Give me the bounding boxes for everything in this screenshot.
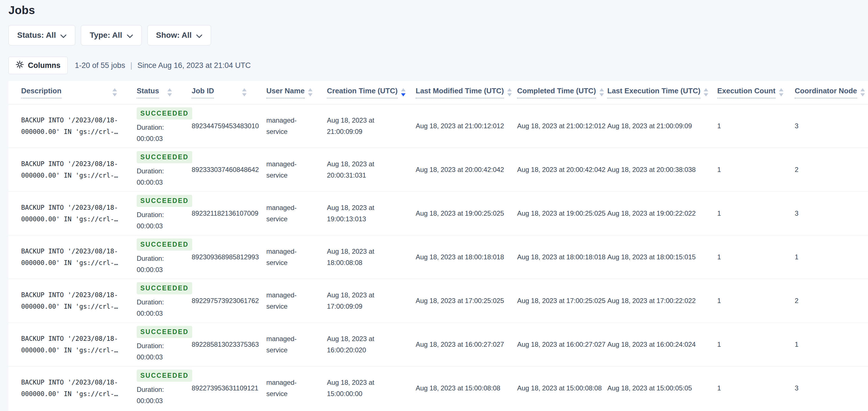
job-description-cell[interactable]: BACKUP INTO '/2023/08/18-000000.00' IN '… bbox=[8, 279, 124, 322]
column-header-label: Creation Time (UTC) bbox=[327, 87, 398, 98]
column-header-execution-count[interactable]: Execution Count bbox=[705, 81, 782, 104]
status-badge: SUCCEEDED bbox=[137, 282, 192, 294]
jobs-table: DescriptionStatusJob IDUser NameCreation… bbox=[8, 81, 868, 410]
job-description-cell[interactable]: BACKUP INTO '/2023/08/18-000000.00' IN '… bbox=[8, 366, 124, 410]
sort-desc-icon[interactable] bbox=[704, 93, 708, 96]
type-filter-dropdown[interactable]: Type: All bbox=[81, 25, 142, 46]
since-text: Since Aug 16, 2023 at 21:04 UTC bbox=[137, 61, 251, 70]
column-header-status[interactable]: Status bbox=[124, 81, 179, 104]
sort-desc-icon[interactable] bbox=[507, 93, 512, 96]
last-execution-time-cell: Aug 18, 2023 at 17:00:22:022 bbox=[595, 279, 705, 322]
sort-desc-icon[interactable] bbox=[242, 93, 247, 96]
sort-asc-icon[interactable] bbox=[507, 88, 512, 91]
job-duration: Duration: 00:00:03 bbox=[137, 122, 179, 144]
sort-icons[interactable] bbox=[599, 88, 604, 96]
sort-desc-icon[interactable] bbox=[401, 93, 406, 96]
show-filter-label: Show: All bbox=[156, 31, 192, 40]
column-header-label: Execution Count bbox=[717, 87, 776, 98]
job-description-line: 000000.00' IN 'gs://crl-… bbox=[21, 388, 121, 400]
job-description-cell[interactable]: BACKUP INTO '/2023/08/18-000000.00' IN '… bbox=[8, 235, 124, 279]
column-header-label: Last Execution Time (UTC) bbox=[607, 87, 700, 98]
job-duration: Duration: 00:00:03 bbox=[137, 253, 179, 275]
completed-time-cell: Aug 18, 2023 at 20:00:42:042 bbox=[504, 148, 595, 192]
sort-asc-icon[interactable] bbox=[113, 88, 117, 91]
coordinator-node-cell: 2 bbox=[782, 279, 868, 322]
completed-time-cell: Aug 18, 2023 at 18:00:18:018 bbox=[504, 235, 595, 279]
sort-icons[interactable] bbox=[779, 88, 783, 96]
sort-icons[interactable] bbox=[308, 88, 313, 96]
creation-time: Aug 18, 2023 at 17:00:09:09 bbox=[327, 290, 397, 312]
coordinator-node-cell: 3 bbox=[782, 104, 868, 148]
job-duration: Duration: 00:00:03 bbox=[137, 384, 179, 407]
sort-icons[interactable] bbox=[507, 88, 512, 96]
column-header-completed-time-utc[interactable]: Completed Time (UTC) bbox=[504, 81, 595, 104]
sort-asc-icon[interactable] bbox=[308, 88, 313, 91]
sort-asc-icon[interactable] bbox=[401, 88, 406, 91]
sort-asc-icon[interactable] bbox=[599, 88, 604, 91]
column-header-label: User Name bbox=[266, 87, 305, 98]
sort-icons[interactable] bbox=[704, 88, 708, 96]
columns-button[interactable]: Columns bbox=[8, 57, 68, 74]
job-description-cell[interactable]: BACKUP INTO '/2023/08/18-000000.00' IN '… bbox=[8, 104, 124, 148]
user-name-cell: managed-service bbox=[254, 148, 314, 192]
job-description-line: BACKUP INTO '/2023/08/18- bbox=[21, 377, 121, 388]
job-description-line: BACKUP INTO '/2023/08/18- bbox=[21, 333, 121, 345]
sort-desc-icon[interactable] bbox=[779, 93, 783, 96]
coordinator-node-cell: 1 bbox=[782, 235, 868, 279]
job-description-line: BACKUP INTO '/2023/08/18- bbox=[21, 158, 121, 170]
column-header-coordinator-node[interactable]: Coordinator Node bbox=[782, 81, 868, 104]
status-filter-dropdown[interactable]: Status: All bbox=[8, 25, 75, 46]
user-name: managed-service bbox=[266, 246, 313, 268]
sort-icons[interactable] bbox=[860, 88, 865, 96]
job-duration: Duration: 00:00:03 bbox=[137, 166, 179, 188]
job-description-cell[interactable]: BACKUP INTO '/2023/08/18-000000.00' IN '… bbox=[8, 148, 124, 192]
job-description-cell[interactable]: BACKUP INTO '/2023/08/18-000000.00' IN '… bbox=[8, 322, 124, 366]
creation-time-cell: Aug 18, 2023 at 18:00:08:08 bbox=[314, 235, 403, 279]
sort-asc-icon[interactable] bbox=[242, 88, 247, 91]
user-name-cell: managed-service bbox=[254, 322, 314, 366]
type-filter-label: Type: All bbox=[90, 31, 122, 40]
coordinator-node-cell: 1 bbox=[782, 322, 868, 366]
sort-desc-icon[interactable] bbox=[113, 93, 117, 96]
sort-desc-icon[interactable] bbox=[860, 93, 865, 96]
sort-asc-icon[interactable] bbox=[704, 88, 708, 91]
user-name: managed-service bbox=[266, 202, 313, 225]
sort-icons[interactable] bbox=[242, 88, 247, 96]
user-name-cell: managed-service bbox=[254, 192, 314, 235]
user-name-cell: managed-service bbox=[254, 235, 314, 279]
status-badge: SUCCEEDED bbox=[137, 238, 192, 251]
column-header-label: Coordinator Node bbox=[795, 87, 857, 98]
sort-asc-icon[interactable] bbox=[860, 88, 865, 91]
sort-asc-icon[interactable] bbox=[779, 88, 783, 91]
job-description-line: 000000.00' IN 'gs://crl-… bbox=[21, 126, 121, 138]
column-header-last-modified-time-utc[interactable]: Last Modified Time (UTC) bbox=[403, 81, 504, 104]
show-filter-dropdown[interactable]: Show: All bbox=[147, 25, 211, 46]
sort-desc-icon[interactable] bbox=[167, 93, 172, 96]
sort-asc-icon[interactable] bbox=[167, 88, 172, 91]
sort-desc-icon[interactable] bbox=[308, 93, 313, 96]
last-modified-time-cell: Aug 18, 2023 at 18:00:18:018 bbox=[403, 235, 504, 279]
table-row: BACKUP INTO '/2023/08/18-000000.00' IN '… bbox=[8, 192, 868, 235]
sort-icons[interactable] bbox=[167, 88, 172, 96]
job-description-cell[interactable]: BACKUP INTO '/2023/08/18-000000.00' IN '… bbox=[8, 192, 124, 235]
status-badge: SUCCEEDED bbox=[137, 370, 192, 382]
completed-time-cell: Aug 18, 2023 at 15:00:08:08 bbox=[504, 366, 595, 410]
job-description-line: 000000.00' IN 'gs://crl-… bbox=[21, 257, 121, 269]
column-header-description[interactable]: Description bbox=[8, 81, 124, 104]
sort-icons[interactable] bbox=[113, 88, 117, 96]
column-header-job-id[interactable]: Job ID bbox=[179, 81, 254, 104]
gear-icon bbox=[16, 60, 24, 71]
column-header-last-execution-time-utc[interactable]: Last Execution Time (UTC) bbox=[595, 81, 705, 104]
last-execution-time-cell: Aug 18, 2023 at 21:00:09:09 bbox=[595, 104, 705, 148]
user-name: managed-service bbox=[266, 115, 313, 137]
last-modified-time-cell: Aug 18, 2023 at 15:00:08:08 bbox=[403, 366, 504, 410]
sort-icons[interactable] bbox=[401, 88, 406, 96]
column-header-label: Completed Time (UTC) bbox=[517, 87, 596, 98]
execution-count-cell: 1 bbox=[705, 148, 782, 192]
job-duration: Duration: 00:00:03 bbox=[137, 209, 179, 232]
column-header-user-name[interactable]: User Name bbox=[254, 81, 314, 104]
sort-desc-icon[interactable] bbox=[599, 93, 604, 96]
column-header-creation-time-utc[interactable]: Creation Time (UTC) bbox=[314, 81, 403, 104]
job-status-cell: SUCCEEDEDDuration: 00:00:03 bbox=[124, 192, 179, 235]
jobs-count-text: 1-20 of 55 jobs bbox=[75, 61, 125, 70]
